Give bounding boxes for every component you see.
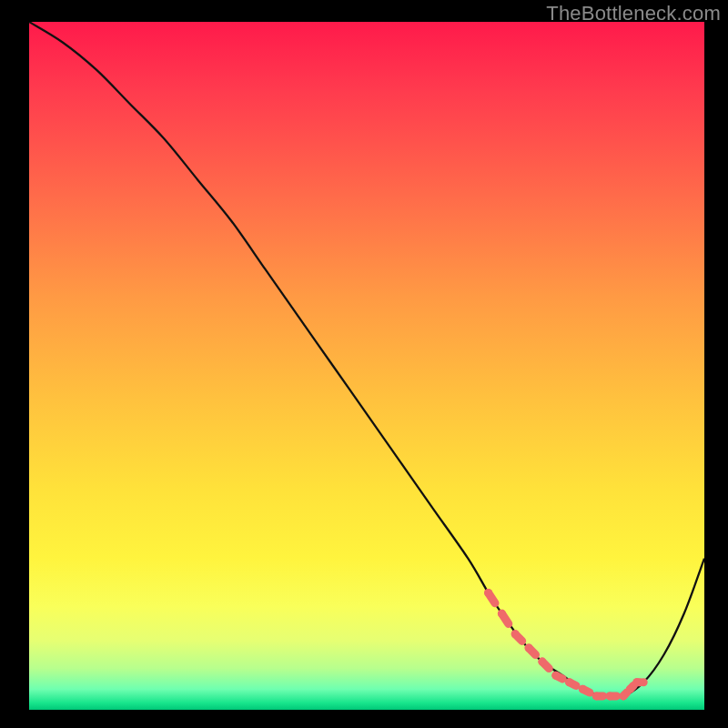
chart-stage: TheBottleneck.com (0, 0, 728, 728)
sweet-spot-markers (484, 589, 648, 700)
sweet-spot-dot (498, 610, 506, 618)
sweet-spot-dot (565, 678, 573, 686)
gradient-plot-area (29, 22, 704, 710)
sweet-spot-dot (484, 589, 492, 597)
sweet-spot-dot (511, 630, 520, 638)
attribution-text: TheBottleneck.com (546, 2, 721, 25)
sweet-spot-dot (551, 672, 560, 680)
sweet-spot-dot (606, 692, 614, 700)
sweet-spot-dot (640, 678, 648, 686)
curve-layer (29, 22, 704, 710)
sweet-spot-dot (538, 658, 546, 666)
sweet-spot-dot (592, 692, 601, 700)
sweet-spot-dot (579, 685, 587, 693)
sweet-spot-dot (620, 692, 628, 700)
bottleneck-curve (29, 22, 704, 697)
sweet-spot-dot (626, 685, 634, 693)
sweet-spot-dot (525, 644, 533, 652)
